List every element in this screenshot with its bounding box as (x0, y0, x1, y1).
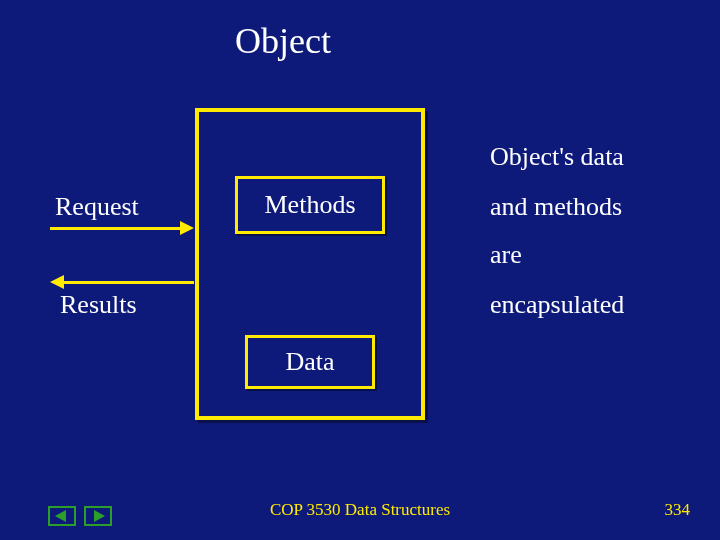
methods-box: Methods (235, 176, 385, 234)
triangle-left-icon (55, 510, 66, 522)
page-title: Object (235, 20, 331, 62)
caption-line-3: are (490, 240, 522, 270)
request-label: Request (55, 192, 139, 222)
prev-slide-button[interactable] (48, 506, 76, 526)
caption-line-1: Object's data (490, 142, 624, 172)
data-label: Data (285, 347, 334, 377)
footer-page-number: 334 (665, 500, 691, 520)
results-label: Results (60, 290, 137, 320)
caption-line-4: encapsulated (490, 290, 624, 320)
data-box: Data (245, 335, 375, 389)
caption-line-2: and methods (490, 192, 622, 222)
methods-label: Methods (265, 190, 356, 220)
triangle-right-icon (94, 510, 105, 522)
slide-nav (48, 506, 116, 526)
next-slide-button[interactable] (84, 506, 112, 526)
